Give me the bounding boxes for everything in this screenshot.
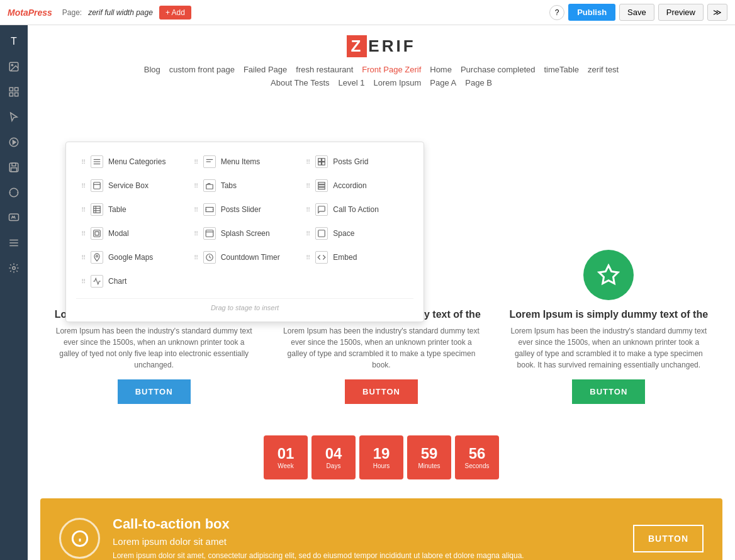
svg-point-1: [11, 64, 13, 65]
countdown-label-minutes: Minutes: [418, 462, 440, 469]
cta-button[interactable]: BUTTON: [633, 525, 704, 552]
svg-rect-31: [318, 188, 325, 189]
chart-icon: [91, 275, 103, 288]
nav-menu-primary: Blog custom front page Failed Page fresh…: [28, 65, 735, 74]
svg-rect-22: [318, 159, 322, 162]
widget-item-modal[interactable]: ⠿ Modal: [76, 224, 189, 243]
nav-failed-page[interactable]: Failed Page: [244, 65, 287, 74]
feature-btn-1[interactable]: BUTTON: [118, 379, 191, 404]
nav-custom-front[interactable]: custom front page: [169, 65, 235, 74]
nav-page-b[interactable]: Page B: [465, 78, 492, 87]
widget-label: Tabs: [221, 181, 237, 190]
main-content: Z ERIF Blog custom front page Failed Pag…: [28, 25, 735, 560]
sidebar-icon-menu[interactable]: [3, 232, 25, 254]
nav-zerif-test[interactable]: zerif test: [588, 65, 619, 74]
countdown-section: 01 Week 04 Days 19 Hours 59 Minutes 56 S…: [28, 423, 735, 492]
widget-label: Chart: [108, 277, 126, 286]
page-header: Z ERIF Blog custom front page Failed Pag…: [28, 25, 735, 99]
nav-blog[interactable]: Blog: [144, 65, 160, 74]
svg-rect-36: [206, 208, 213, 212]
modal-icon: [91, 227, 103, 240]
sidebar-icon-woo[interactable]: [3, 206, 25, 229]
widget-item-posts-slider[interactable]: ⠿ Posts Slider: [189, 200, 301, 219]
nav-lorem-ipsum[interactable]: Lorem Ipsum: [373, 78, 421, 87]
sidebar-icon-image[interactable]: [3, 55, 25, 78]
drag-handle: ⠿: [194, 206, 198, 213]
svg-rect-3: [15, 87, 18, 91]
widget-item-chart[interactable]: ⠿ Chart: [76, 272, 189, 291]
drag-handle: ⠿: [81, 254, 86, 261]
nav-timetable[interactable]: timeTable: [544, 65, 579, 74]
help-button[interactable]: ?: [549, 5, 564, 20]
sidebar-icon-wordpress[interactable]: [3, 181, 25, 204]
drag-handle: ⠿: [306, 230, 310, 237]
widget-item-posts-grid[interactable]: ⠿ Posts Grid: [301, 152, 413, 171]
sidebar-icon-grid[interactable]: [3, 81, 25, 103]
nav-level1[interactable]: Level 1: [339, 78, 365, 87]
widget-item-google-maps[interactable]: ⠿ Google Maps: [76, 248, 189, 267]
sidebar-icon-text[interactable]: T: [3, 30, 25, 53]
page-name: zerif full width page: [88, 8, 153, 17]
sidebar-icon-play[interactable]: [3, 131, 25, 154]
nav-page-a[interactable]: Page A: [430, 78, 456, 87]
widget-item-service-box[interactable]: ⠿ Service Box: [76, 176, 189, 195]
widget-label: Countdown Timer: [221, 253, 280, 262]
widget-label: Google Maps: [108, 253, 153, 262]
drag-handle: ⠿: [81, 278, 86, 285]
feature-btn-2[interactable]: BUTTON: [345, 379, 418, 404]
nav-purchase-completed[interactable]: Purchase completed: [461, 65, 536, 74]
svg-rect-24: [318, 162, 322, 165]
widget-item-embed[interactable]: ⠿ Embed: [301, 248, 413, 267]
page-label: Page:: [62, 8, 82, 17]
more-button[interactable]: ≫: [707, 4, 727, 21]
add-button[interactable]: + Add: [159, 6, 191, 20]
publish-button[interactable]: Publish: [568, 4, 615, 21]
svg-point-16: [13, 267, 16, 270]
posts-grid-icon: [315, 155, 328, 168]
drag-handle: ⠿: [81, 230, 86, 237]
feature-btn-3[interactable]: BUTTON: [572, 379, 645, 404]
widget-item-menu-categories[interactable]: ⠿ Menu Categories: [76, 152, 189, 171]
svg-rect-25: [322, 162, 325, 165]
widget-item-tabs[interactable]: ⠿ Tabs: [189, 176, 301, 195]
topbar-right: ? Publish Save Preview ≫: [549, 4, 727, 21]
svg-rect-32: [94, 206, 101, 213]
widget-item-countdown-timer[interactable]: ⠿ Countdown Timer: [189, 248, 301, 267]
feature-title-3: Lorem Ipsum is simply dummy text of the: [508, 309, 710, 320]
nav-home[interactable]: Home: [430, 65, 452, 74]
preview-button[interactable]: Preview: [658, 4, 704, 21]
nav-fresh-restaurant[interactable]: fresh restaurant: [296, 65, 353, 74]
cta-section: Call-to-action box Lorem ipsum dolor sit…: [40, 498, 722, 560]
widget-item-space[interactable]: ⠿ Space: [301, 224, 413, 243]
countdown-label-hours: Hours: [373, 462, 390, 469]
widget-item-accordion[interactable]: ⠿ Accordion: [301, 176, 413, 195]
accordion-icon: [315, 179, 328, 192]
menu-categories-icon: [91, 155, 103, 168]
svg-rect-28: [206, 184, 213, 189]
tabs-icon: [203, 179, 216, 192]
nav-front-page-zerif[interactable]: Front Page Zerif: [362, 65, 421, 74]
drag-handle: ⠿: [306, 182, 310, 189]
drag-handle: ⠿: [194, 254, 198, 261]
widget-item-menu-items[interactable]: ⠿ Menu Items: [189, 152, 301, 171]
drag-handle: ⠿: [306, 206, 310, 213]
widget-item-splash-screen[interactable]: ⠿ Splash Screen: [189, 224, 301, 243]
countdown-num-hours: 19: [373, 446, 390, 461]
sidebar-icon-cursor[interactable]: [3, 106, 25, 128]
widget-item-call-to-action[interactable]: ⠿ Call To Action: [301, 200, 413, 219]
widget-item-table[interactable]: ⠿ Table: [76, 200, 189, 219]
svg-marker-7: [13, 140, 16, 144]
drag-handle: ⠿: [81, 206, 86, 213]
call-to-action-icon: [315, 203, 328, 216]
svg-rect-23: [322, 159, 325, 162]
nav-about-tests[interactable]: About The Tests: [271, 78, 329, 87]
sidebar-icon-save[interactable]: [3, 156, 25, 179]
widget-label: Space: [333, 229, 354, 238]
sidebar-icon-settings[interactable]: [3, 257, 25, 279]
svg-rect-30: [318, 185, 325, 187]
mota-press-logo: MotaPress: [8, 8, 52, 18]
left-sidebar: T: [0, 25, 28, 560]
save-button[interactable]: Save: [619, 4, 654, 21]
splash-screen-icon: [203, 227, 216, 240]
widget-label: Menu Items: [221, 157, 261, 166]
